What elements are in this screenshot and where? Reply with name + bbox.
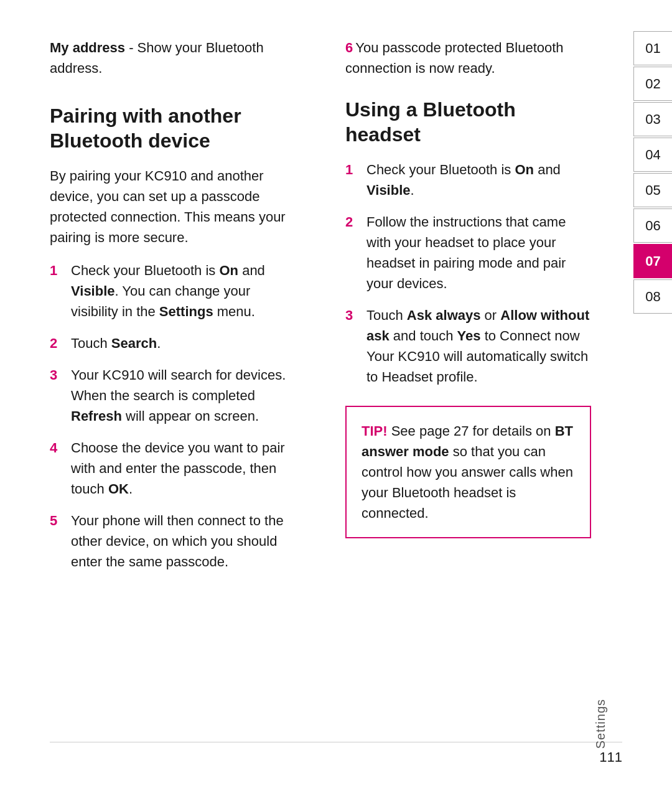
page-number: 111: [599, 747, 622, 767]
pairing-step-2: 2 Touch Search.: [50, 333, 296, 353]
tip-label: TIP!: [362, 423, 388, 439]
step4-text: Choose the device you want to pair with …: [71, 437, 296, 499]
headset-step1-num: 1: [345, 159, 363, 180]
pairing-heading: Pairing with another Bluetooth device: [50, 103, 296, 153]
step2-num: 2: [50, 333, 67, 353]
chapter-tab-03[interactable]: 03: [633, 102, 672, 136]
headset-step1-text: Check your Bluetooth is On and Visible.: [366, 159, 591, 200]
footer-area: Settings 111: [0, 724, 672, 786]
step5-text: Your phone will then connect to the othe…: [71, 510, 296, 572]
my-address-text: My address - Show your Bluetooth address…: [50, 37, 296, 78]
chapter-tab-06[interactable]: 06: [633, 208, 672, 243]
headset-step-3: 3 Touch Ask always or Allow without ask …: [345, 305, 591, 387]
footer-divider: [50, 742, 622, 742]
headset-step3-text: Touch Ask always or Allow without ask an…: [366, 305, 591, 387]
step1-text: Check your Bluetooth is On and Visible. …: [71, 260, 296, 322]
headset-step2-num: 2: [345, 212, 363, 232]
chapter-tab-07[interactable]: 07: [633, 244, 672, 278]
my-address-label: My address: [50, 40, 125, 55]
page-container: My address - Show your Bluetooth address…: [0, 0, 672, 786]
tip-bold: BT answer mode: [362, 423, 573, 459]
step6-num: 6: [345, 40, 353, 55]
pairing-steps-list: 1 Check your Bluetooth is On and Visible…: [50, 260, 296, 572]
pairing-step-4: 4 Choose the device you want to pair wit…: [50, 437, 296, 499]
pairing-step-5: 5 Your phone will then connect to the ot…: [50, 510, 296, 572]
chapter-tab-05[interactable]: 05: [633, 173, 672, 207]
my-address-section: My address - Show your Bluetooth address…: [50, 37, 296, 78]
chapter-tab-02[interactable]: 02: [633, 67, 672, 101]
headset-heading: Using a Bluetooth headset: [345, 97, 591, 147]
main-content: My address - Show your Bluetooth address…: [0, 0, 622, 786]
step1-num: 1: [50, 260, 67, 281]
headset-steps-list: 1 Check your Bluetooth is On and Visible…: [345, 159, 591, 387]
pairing-step-3: 3 Your KC910 will search for devices. Wh…: [50, 365, 296, 426]
headset-step-1: 1 Check your Bluetooth is On and Visible…: [345, 159, 591, 200]
step5-num: 5: [50, 510, 67, 531]
settings-label: Settings: [592, 699, 610, 749]
step4-num: 4: [50, 437, 67, 458]
headset-step-2: 2 Follow the instructions that came with…: [345, 212, 591, 294]
chapter-tabs: 01 02 03 04 05 06 07 08: [633, 31, 672, 315]
chapter-tab-04[interactable]: 04: [633, 138, 672, 172]
right-column: 6You passcode protected Bluetooth connec…: [333, 37, 591, 749]
headset-step2-text: Follow the instructions that came with y…: [366, 212, 591, 294]
headset-step3-num: 3: [345, 305, 363, 325]
chapter-tab-08[interactable]: 08: [633, 279, 672, 314]
tip-content: TIP! See page 27 for details on BT answe…: [362, 421, 575, 523]
chapter-tab-01[interactable]: 01: [633, 31, 672, 65]
two-column-layout: My address - Show your Bluetooth address…: [50, 37, 591, 749]
left-column: My address - Show your Bluetooth address…: [50, 37, 308, 749]
right-sidebar: 01 02 03 04 05 06 07 08: [622, 0, 672, 786]
tip-box: TIP! See page 27 for details on BT answe…: [345, 406, 591, 538]
pairing-body: By pairing your KC910 and another device…: [50, 166, 296, 248]
step3-num: 3: [50, 365, 67, 385]
step3-text: Your KC910 will search for devices. When…: [71, 365, 296, 426]
step6-section: 6You passcode protected Bluetooth connec…: [345, 37, 591, 78]
step6-text: 6You passcode protected Bluetooth connec…: [345, 37, 591, 78]
step2-text: Touch Search.: [71, 333, 296, 353]
pairing-step-1: 1 Check your Bluetooth is On and Visible…: [50, 260, 296, 322]
